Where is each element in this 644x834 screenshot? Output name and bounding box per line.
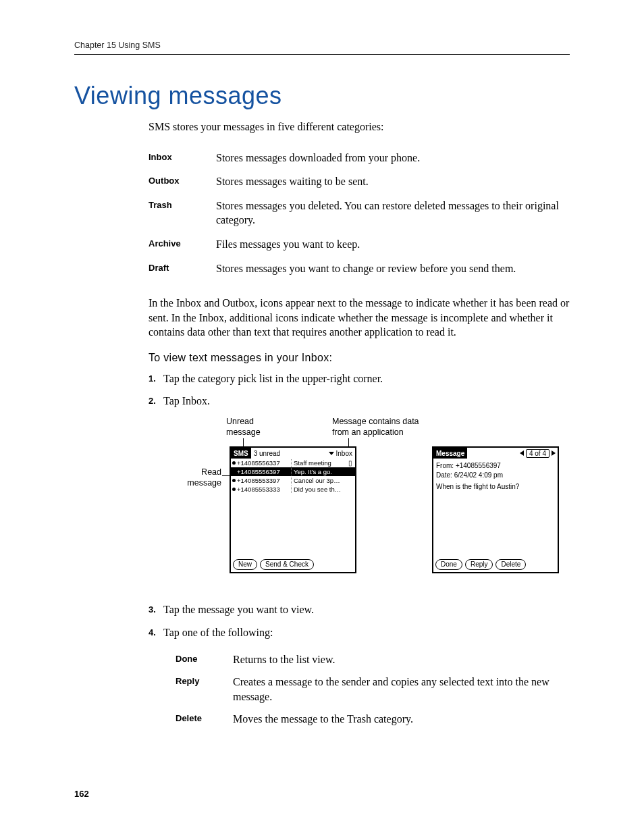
message-list: +14085556337 Staff meeting ▯ +1408555639… [231,459,355,494]
section-title: Viewing messages [74,82,570,110]
figure: Unread message Message contains data fro… [149,417,570,585]
palm-app-name: SMS [231,448,251,459]
callout-unread: Unread message [226,417,261,438]
category-picker[interactable]: Inbox [326,448,355,459]
def-desc: Stores messages you deleted. You can res… [216,199,570,228]
step-item: Tap the category pick list in the upper-… [149,371,570,386]
def-desc: Files messages you want to keep. [216,237,570,252]
palm-message-screen: Message 4 of 4 From: +14085556397 Date: … [432,446,559,573]
step-text: Tap the message you want to view. [163,602,570,617]
def-row: Trash Stores messages you deleted. You c… [149,199,570,228]
read-dot-icon [232,470,236,473]
delete-button[interactable]: Delete [495,559,526,570]
def-term: Outbox [149,174,216,189]
def-row: Reply Creates a message to the sender an… [176,675,570,704]
sender-number: +14085553333 [237,486,292,493]
send-check-button[interactable]: Send & Check [260,559,314,570]
done-button[interactable]: Done [435,559,462,570]
dropdown-triangle-icon [329,452,334,455]
unread-dot-icon [232,488,236,491]
intro-paragraph: SMS stores your messages in five differe… [149,120,570,134]
palm-unread-status: 3 unread [251,448,283,459]
step-item: Tap Inbox. [149,393,570,409]
def-row: Inbox Stores messages downloaded from yo… [149,151,570,165]
def-term: Done [176,652,233,667]
palm-titlebar: Message 4 of 4 [433,448,558,459]
step-item: Tap the message you want to view. [149,602,570,617]
new-button[interactable]: New [233,559,257,570]
data-attachment-icon: ▯ [347,459,354,467]
body-paragraph: In the Inbox and Outbox, icons appear ne… [149,296,570,340]
list-item[interactable]: +14085553333 Did you see th… [231,485,355,494]
def-row: Archive Files messages you want to keep. [149,237,570,252]
sender-number: +14085556337 [237,459,292,467]
callout-dataapp: Message contains data from an applicatio… [332,417,419,438]
next-message-arrow-icon[interactable] [552,450,556,456]
def-term: Trash [149,199,216,228]
list-item[interactable]: +14085556397 Yep. It's a go. [231,467,355,476]
date-value: 6/24/02 4:09 pm [454,471,503,479]
def-row: Delete Moves the message to the Trash ca… [176,712,570,727]
reply-button[interactable]: Reply [465,559,493,570]
def-desc: Stores messages downloaded from your pho… [216,151,570,165]
palm-list-screen: SMS 3 unread Inbox +14085556337 Staff me… [230,446,356,573]
step-item: Tap one of the following: [149,625,570,640]
step-text: Tap one of the following: [163,625,570,640]
def-desc: Stores messages you want to change or re… [216,261,570,276]
callout-read: Read message [161,467,221,488]
palm-app-name: Message [433,448,467,459]
list-item[interactable]: +14085553397 Cancel our 3p… [231,476,355,485]
message-body: When is the flight to Austin? [436,482,555,492]
message-detail: From: +14085556397 Date: 6/24/02 4:09 pm… [433,459,558,494]
message-nav: 4 of 4 [520,448,558,459]
def-term: Draft [149,261,216,276]
def-term: Archive [149,237,216,252]
prev-message-arrow-icon[interactable] [520,450,524,456]
def-row: Draft Stores messages you want to change… [149,261,570,276]
page-number: 162 [74,789,89,799]
from-label: From: [436,462,454,469]
date-label: Date: [436,471,452,479]
list-item[interactable]: +14085556337 Staff meeting ▯ [231,459,355,467]
steps-list-continued: Tap the message you want to view. Tap on… [149,602,570,640]
def-term: Delete [176,712,233,727]
step-text: Tap Inbox. [163,393,570,409]
def-desc: Stores messages waiting to be sent. [216,174,570,189]
steps-list: Tap the category pick list in the upper-… [149,371,570,409]
procedure-heading: To view text messages in your Inbox: [149,352,570,364]
def-desc: Returns to the list view. [233,652,570,667]
action-definitions: Done Returns to the list view. Reply Cre… [176,652,570,727]
unread-dot-icon [232,461,236,465]
category-picker-label: Inbox [336,450,352,457]
message-subject: Did you see th… [292,486,347,493]
message-counter: 4 of 4 [526,449,549,458]
def-desc: Moves the message to the Trash category. [233,712,570,727]
sender-number: +14085553397 [237,477,292,484]
unread-dot-icon [232,479,236,482]
step-text: Tap the category pick list in the upper-… [163,371,570,386]
running-head: Chapter 15 Using SMS [74,41,570,55]
from-value: +14085556397 [456,462,501,469]
category-definitions: Inbox Stores messages downloaded from yo… [149,151,570,276]
def-term: Reply [176,675,233,704]
def-desc: Creates a message to the sender and copi… [233,675,570,704]
message-subject: Yep. It's a go. [292,468,347,475]
def-row: Done Returns to the list view. [176,652,570,667]
message-subject: Staff meeting [292,459,347,467]
def-row: Outbox Stores messages waiting to be sen… [149,174,570,189]
sender-number: +14085556397 [237,468,292,475]
def-term: Inbox [149,151,216,165]
palm-titlebar: SMS 3 unread Inbox [231,448,355,459]
message-subject: Cancel our 3p… [292,477,347,484]
